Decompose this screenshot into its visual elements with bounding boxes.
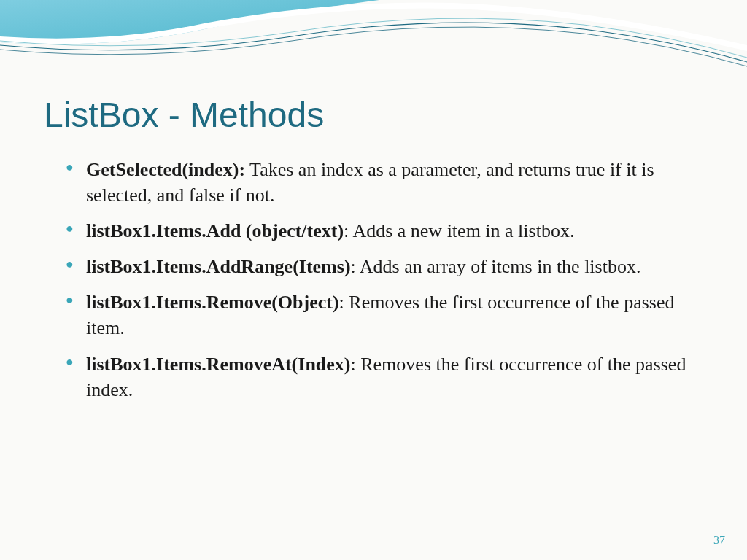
list-item: listBox1.Items.Add (object/text): Adds a… — [66, 218, 703, 244]
method-name: listBox1.Items.RemoveAt(Index) — [86, 354, 351, 375]
method-description: : Adds an array of items in the listbox. — [351, 256, 641, 277]
method-name: listBox1.Items.Add (object/text) — [86, 220, 344, 241]
list-item: GetSelected(index): Takes an index as a … — [66, 157, 703, 208]
list-item: listBox1.Items.Remove(Object): Removes t… — [66, 289, 703, 341]
method-name: GetSelected(index): — [86, 159, 245, 180]
page-number: 37 — [713, 534, 725, 547]
method-name: listBox1.Items.Remove(Object) — [86, 292, 339, 313]
slide-title: ListBox - Methods — [44, 95, 703, 135]
list-item: listBox1.Items.RemoveAt(Index): Removes … — [66, 351, 703, 402]
slide-content: ListBox - Methods GetSelected(index): Ta… — [0, 0, 747, 402]
method-name: listBox1.Items.AddRange(Items) — [86, 256, 351, 277]
bullet-list: GetSelected(index): Takes an index as a … — [44, 157, 703, 402]
method-description: : Adds a new item in a listbox. — [344, 220, 574, 241]
list-item: listBox1.Items.AddRange(Items): Adds an … — [66, 254, 703, 279]
